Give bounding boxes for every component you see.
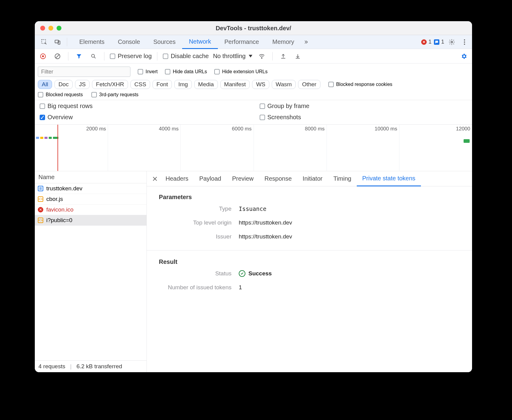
more-tabs-icon[interactable] [301, 37, 311, 47]
issues-count: 1 [441, 39, 444, 45]
preserve-log-checkbox[interactable]: Preserve log [110, 53, 152, 60]
request-row[interactable]: <>cbor.js [35, 194, 146, 205]
issuer-label: Issuer [147, 233, 231, 240]
transferred-size: 6.2 kB transferred [77, 363, 122, 370]
detail-tab-headers[interactable]: Headers [160, 172, 194, 186]
blocked-cookies-checkbox[interactable]: Blocked response cookies [328, 82, 392, 87]
type-filter-pills: AllDocJSFetch/XHRCSSFontImgMediaManifest… [38, 80, 468, 89]
filter-input[interactable] [38, 67, 130, 77]
detail-tab-initiator[interactable]: Initiator [297, 172, 328, 186]
timeline-marks [36, 137, 58, 139]
big-rows-checkbox[interactable]: Big request rows [40, 103, 248, 110]
svg-point-13 [261, 57, 262, 58]
detail-tab-private-state-tokens[interactable]: Private state tokens [357, 171, 421, 186]
type-pill-ws[interactable]: WS [252, 80, 269, 89]
minimize-icon[interactable] [48, 26, 53, 31]
num-tokens-value: 1 [239, 284, 472, 291]
timeline-end-marker [464, 139, 470, 143]
svg-line-12 [94, 57, 96, 58]
success-icon [239, 270, 245, 277]
type-pill-font[interactable]: Font [153, 80, 172, 89]
type-pill-js[interactable]: JS [75, 80, 90, 89]
devtools-window: DevTools - trusttoken.dev/ ElementsConso… [35, 21, 472, 372]
request-count: 4 requests [38, 363, 65, 370]
tlo-value: https://trusttoken.dev [239, 219, 472, 226]
search-icon[interactable] [88, 51, 99, 61]
status-value: Success [248, 270, 272, 277]
hide-data-urls-checkbox[interactable]: Hide data URLs [165, 69, 207, 74]
tab-network[interactable]: Network [182, 35, 218, 49]
type-pill-fetch-xhr[interactable]: Fetch/XHR [92, 80, 128, 89]
type-pill-media[interactable]: Media [194, 80, 218, 89]
request-row[interactable]: ✕favicon.ico [35, 205, 146, 215]
type-pill-all[interactable]: All [38, 80, 52, 89]
errors-chip[interactable]: ✕1 [421, 39, 432, 45]
hide-ext-urls-checkbox[interactable]: Hide extension URLs [214, 69, 267, 74]
titlebar: DevTools - trusttoken.dev/ [35, 21, 472, 35]
type-value: Issuance [239, 205, 472, 212]
close-detail-icon[interactable] [150, 174, 160, 184]
script-icon: <> [38, 196, 43, 202]
window-controls [35, 26, 61, 31]
import-har-icon[interactable] [293, 51, 303, 61]
clear-icon[interactable] [52, 51, 63, 61]
svg-point-6 [464, 44, 465, 45]
third-party-checkbox[interactable]: 3rd-party requests [91, 92, 139, 97]
timeline-tick-label: 4000 ms [159, 126, 180, 132]
filter-bar: Invert Hide data URLs Hide extension URL… [35, 64, 472, 100]
status-label: Status [147, 270, 231, 277]
name-column-header[interactable]: Name [35, 171, 146, 183]
view-options: Big request rows Group by frame ✓Overvie… [35, 100, 472, 125]
request-row[interactable]: <>i?public=0 [35, 215, 146, 226]
tab-elements[interactable]: Elements [73, 35, 111, 49]
network-toolbar: Preserve log Disable cache No throttling [35, 49, 472, 64]
export-har-icon[interactable] [278, 51, 288, 61]
detail-tab-preview[interactable]: Preview [227, 172, 259, 186]
disable-cache-label: Disable cache [171, 53, 209, 60]
script-icon: <> [38, 218, 43, 223]
detail-tab-response[interactable]: Response [259, 172, 297, 186]
tab-console[interactable]: Console [111, 35, 146, 49]
num-tokens-label: Number of issued tokens [147, 284, 231, 291]
tab-performance[interactable]: Performance [218, 35, 266, 49]
chevron-down-icon [249, 55, 252, 57]
invert-checkbox[interactable]: Invert [138, 69, 158, 74]
device-toggle-icon[interactable] [52, 37, 63, 47]
detail-tabs: HeadersPayloadPreviewResponseInitiatorTi… [147, 171, 472, 186]
type-pill-manifest[interactable]: Manifest [220, 80, 250, 89]
request-row[interactable]: trusttoken.dev [35, 183, 146, 194]
settings-icon[interactable] [447, 37, 457, 47]
network-settings-icon[interactable] [459, 51, 469, 61]
request-list: trusttoken.dev<>cbor.js✕favicon.ico<>i?p… [35, 183, 146, 360]
type-pill-doc[interactable]: Doc [54, 80, 73, 89]
detail-tab-timing[interactable]: Timing [328, 172, 357, 186]
type-pill-wasm[interactable]: Wasm [272, 80, 296, 89]
issues-chip[interactable]: 1 [434, 39, 444, 45]
record-icon[interactable] [38, 51, 48, 61]
disable-cache-checkbox[interactable]: Disable cache [163, 53, 209, 60]
zoom-icon[interactable] [57, 26, 61, 31]
blocked-requests-checkbox[interactable]: Blocked requests [38, 92, 83, 97]
tab-memory[interactable]: Memory [266, 35, 301, 49]
window-title: DevTools - trusttoken.dev/ [35, 21, 472, 35]
detail-tab-payload[interactable]: Payload [194, 172, 227, 186]
inspect-icon[interactable] [39, 37, 49, 47]
throttling-select[interactable]: No throttling [213, 53, 252, 60]
detail-panel: HeadersPayloadPreviewResponseInitiatorTi… [147, 171, 472, 372]
close-icon[interactable] [40, 26, 45, 31]
timeline-cursor[interactable] [57, 125, 58, 171]
overview-timeline[interactable]: 2000 ms4000 ms6000 ms8000 ms10000 ms1200… [35, 125, 472, 171]
overview-checkbox[interactable]: ✓Overview [40, 114, 248, 121]
group-frame-checkbox[interactable]: Group by frame [260, 103, 468, 110]
network-conditions-icon[interactable] [257, 51, 267, 61]
tab-sources[interactable]: Sources [147, 35, 182, 49]
screenshots-checkbox[interactable]: Screenshots [260, 114, 468, 121]
status-bar: 4 requests | 6.2 kB transferred [35, 360, 146, 372]
filter-icon[interactable] [74, 51, 84, 61]
type-pill-css[interactable]: CSS [130, 80, 150, 89]
type-pill-img[interactable]: Img [174, 80, 192, 89]
preserve-log-label: Preserve log [118, 53, 152, 60]
kebab-icon[interactable] [459, 37, 470, 47]
svg-rect-8 [42, 55, 44, 57]
type-pill-other[interactable]: Other [298, 80, 320, 89]
